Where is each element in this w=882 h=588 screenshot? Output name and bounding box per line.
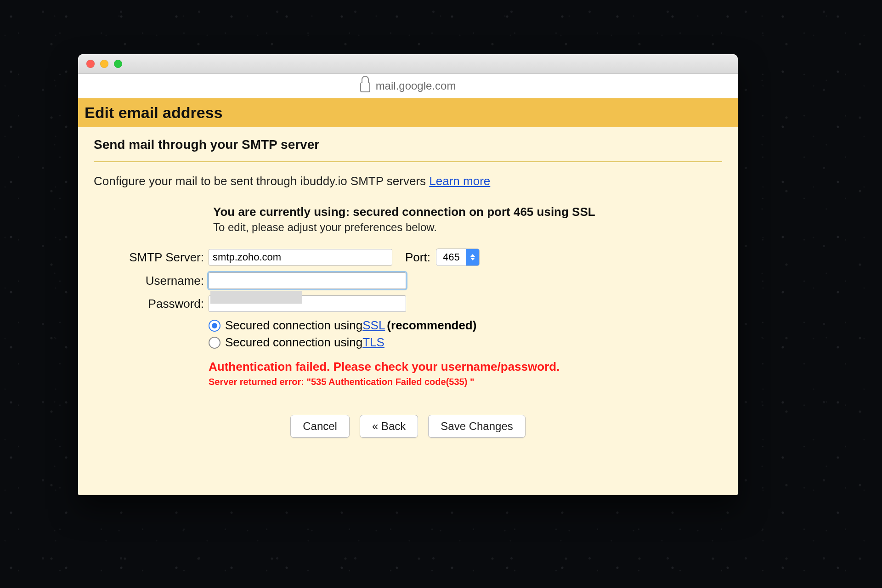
tls-option[interactable]: Secured connection using TLS <box>209 335 722 350</box>
username-input[interactable] <box>209 272 406 289</box>
page-content: Edit email address Send mail through you… <box>78 98 738 495</box>
error-headline: Authentication failed. Please check your… <box>209 360 722 374</box>
window-minimize-button[interactable] <box>100 60 108 68</box>
address-text: mail.google.com <box>376 79 456 92</box>
smtp-label: SMTP Server: <box>94 250 209 265</box>
password-input[interactable] <box>209 295 406 312</box>
back-button[interactable]: « Back <box>360 415 418 438</box>
username-label: Username: <box>94 274 209 288</box>
ssl-option[interactable]: Secured connection using SSL (recommende… <box>209 318 722 333</box>
chevron-up-icon <box>470 254 475 257</box>
action-buttons: Cancel « Back Save Changes <box>94 415 722 438</box>
tls-text: Secured connection using <box>225 335 362 350</box>
status-hint: To edit, please adjust your preferences … <box>213 221 722 234</box>
description-text: Configure your mail to be sent through i… <box>94 174 429 188</box>
window-close-button[interactable] <box>86 60 95 68</box>
ssl-recommended: (recommended) <box>387 318 476 333</box>
tls-link[interactable]: TLS <box>362 335 384 350</box>
password-label: Password: <box>94 297 209 311</box>
ssl-link[interactable]: SSL <box>362 318 385 333</box>
address-bar[interactable]: mail.google.com <box>78 74 738 98</box>
section-description: Configure your mail to be sent through i… <box>94 174 722 188</box>
cancel-button[interactable]: Cancel <box>290 415 350 438</box>
lock-icon <box>360 82 370 92</box>
page-title: Edit email address <box>78 98 738 127</box>
window-titlebar <box>78 54 738 74</box>
smtp-server-input[interactable] <box>209 249 392 266</box>
error-detail: Server returned error: "535 Authenticati… <box>209 377 722 387</box>
port-select[interactable]: 465 <box>436 249 480 266</box>
current-status: You are currently using: secured connect… <box>213 205 722 219</box>
save-button[interactable]: Save Changes <box>428 415 525 438</box>
ssl-text: Secured connection using <box>225 318 362 333</box>
browser-window: mail.google.com Edit email address Send … <box>78 54 738 495</box>
learn-more-link[interactable]: Learn more <box>429 174 490 188</box>
port-label: Port: <box>405 250 430 265</box>
port-value: 465 <box>436 251 466 263</box>
window-maximize-button[interactable] <box>114 60 122 68</box>
port-stepper[interactable] <box>466 249 479 266</box>
ssl-radio[interactable] <box>209 320 220 332</box>
section-subtitle: Send mail through your SMTP server <box>94 137 722 162</box>
chevron-down-icon <box>470 258 475 260</box>
tls-radio[interactable] <box>209 337 220 349</box>
